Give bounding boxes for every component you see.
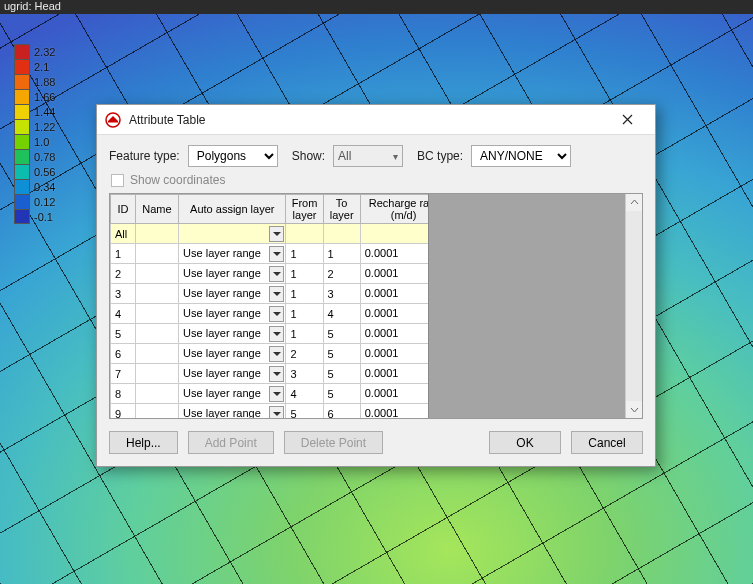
cell-recharge[interactable]: 0.0001▴⋯▾ bbox=[360, 384, 428, 404]
legend-swatch bbox=[14, 89, 30, 104]
cell-recharge[interactable]: 0.0001▴⋯▾ bbox=[360, 324, 428, 344]
cell-id[interactable]: 3 bbox=[111, 284, 136, 304]
show-coords-label: Show coordinates bbox=[130, 173, 225, 187]
dropdown-icon[interactable] bbox=[269, 246, 284, 262]
legend-swatch bbox=[14, 164, 30, 179]
cell-to[interactable]: 6 bbox=[323, 404, 360, 418]
dropdown-icon[interactable] bbox=[269, 266, 284, 282]
cell-from[interactable]: 5 bbox=[286, 404, 323, 418]
ok-button[interactable]: OK bbox=[489, 431, 561, 454]
legend-swatch bbox=[14, 179, 30, 194]
legend-value: 0.56 bbox=[34, 166, 55, 178]
cell-id[interactable]: 9 bbox=[111, 404, 136, 418]
dropdown-icon[interactable] bbox=[269, 406, 284, 418]
cell-id[interactable]: 5 bbox=[111, 324, 136, 344]
col-to[interactable]: To layer bbox=[323, 195, 360, 224]
cell-recharge[interactable]: 0.0001▴⋯▾ bbox=[360, 284, 428, 304]
bc-type-select[interactable]: ANY/NONE bbox=[471, 145, 571, 167]
table-row: 3Use layer range130.0001▴⋯▾400.0 bbox=[111, 284, 429, 304]
cell-from[interactable]: 3 bbox=[286, 364, 323, 384]
cell-name[interactable] bbox=[135, 284, 178, 304]
cell-auto[interactable]: Use layer range bbox=[179, 344, 286, 364]
cell-from[interactable]: 1 bbox=[286, 244, 323, 264]
legend-swatch bbox=[14, 44, 30, 59]
cell-to[interactable]: 5 bbox=[323, 384, 360, 404]
col-id[interactable]: ID bbox=[111, 195, 136, 224]
col-recharge[interactable]: Recharge rate (m/d) bbox=[360, 195, 428, 224]
cell-to[interactable]: 4 bbox=[323, 304, 360, 324]
help-button[interactable]: Help... bbox=[109, 431, 178, 454]
dropdown-icon[interactable] bbox=[269, 286, 284, 302]
cell-name[interactable] bbox=[135, 264, 178, 284]
cell-auto[interactable]: Use layer range bbox=[179, 264, 286, 284]
cell-recharge[interactable]: ▴⋯▾ bbox=[360, 224, 428, 244]
scroll-down-icon[interactable] bbox=[626, 401, 642, 418]
cell-name[interactable] bbox=[135, 364, 178, 384]
dropdown-icon[interactable] bbox=[269, 386, 284, 402]
cell-from[interactable]: 1 bbox=[286, 284, 323, 304]
cell-auto[interactable]: Use layer range bbox=[179, 324, 286, 344]
cell-id[interactable]: 6 bbox=[111, 344, 136, 364]
cell-from[interactable]: 1 bbox=[286, 324, 323, 344]
title-bar[interactable]: Attribute Table bbox=[97, 105, 655, 135]
legend-value: 2.1 bbox=[34, 61, 49, 73]
show-coords-checkbox[interactable] bbox=[111, 174, 124, 187]
col-auto[interactable]: Auto assign layer bbox=[179, 195, 286, 224]
cell-auto[interactable] bbox=[179, 224, 286, 244]
cell-to[interactable]: 5 bbox=[323, 364, 360, 384]
cell-recharge[interactable]: 0.0001▴⋯▾ bbox=[360, 404, 428, 418]
cell-name[interactable] bbox=[135, 404, 178, 418]
legend-value: 1.66 bbox=[34, 91, 55, 103]
cell-recharge[interactable]: 0.0001▴⋯▾ bbox=[360, 304, 428, 324]
cell-auto[interactable]: Use layer range bbox=[179, 364, 286, 384]
cell-recharge[interactable]: 0.0001▴⋯▾ bbox=[360, 344, 428, 364]
cell-name[interactable] bbox=[135, 384, 178, 404]
dropdown-icon[interactable] bbox=[269, 306, 284, 322]
cell-id[interactable]: 1 bbox=[111, 244, 136, 264]
table-scrollbar[interactable] bbox=[625, 194, 642, 418]
cell-from[interactable]: 1 bbox=[286, 304, 323, 324]
cell-name[interactable] bbox=[135, 324, 178, 344]
dropdown-icon[interactable] bbox=[269, 366, 284, 382]
cell-recharge[interactable]: 0.0001▴⋯▾ bbox=[360, 244, 428, 264]
feature-type-select[interactable]: Polygons bbox=[188, 145, 278, 167]
cell-to[interactable]: 3 bbox=[323, 284, 360, 304]
cell-to[interactable] bbox=[323, 224, 360, 244]
cell-to[interactable]: 1 bbox=[323, 244, 360, 264]
cancel-button[interactable]: Cancel bbox=[571, 431, 643, 454]
cell-to[interactable]: 5 bbox=[323, 324, 360, 344]
show-label: Show: bbox=[292, 149, 325, 163]
cell-id[interactable]: 4 bbox=[111, 304, 136, 324]
cell-auto[interactable]: Use layer range bbox=[179, 244, 286, 264]
legend-swatch bbox=[14, 209, 30, 224]
cell-auto[interactable]: Use layer range bbox=[179, 384, 286, 404]
cell-id[interactable]: 7 bbox=[111, 364, 136, 384]
cell-name[interactable] bbox=[135, 304, 178, 324]
cell-id[interactable]: 2 bbox=[111, 264, 136, 284]
close-button[interactable] bbox=[607, 108, 647, 132]
cell-from[interactable]: 4 bbox=[286, 384, 323, 404]
cell-auto[interactable]: Use layer range bbox=[179, 404, 286, 418]
cell-to[interactable]: 2 bbox=[323, 264, 360, 284]
cell-name[interactable] bbox=[135, 224, 178, 244]
col-name[interactable]: Name bbox=[135, 195, 178, 224]
cell-name[interactable] bbox=[135, 344, 178, 364]
cell-auto[interactable]: Use layer range bbox=[179, 284, 286, 304]
dropdown-icon[interactable] bbox=[269, 346, 284, 362]
dropdown-icon[interactable] bbox=[269, 226, 284, 242]
cell-id[interactable]: All bbox=[111, 224, 136, 244]
cell-id[interactable]: 8 bbox=[111, 384, 136, 404]
cell-from[interactable]: 1 bbox=[286, 264, 323, 284]
cell-from[interactable] bbox=[286, 224, 323, 244]
cell-recharge[interactable]: 0.0001▴⋯▾ bbox=[360, 264, 428, 284]
col-from[interactable]: From layer bbox=[286, 195, 323, 224]
cell-to[interactable]: 5 bbox=[323, 344, 360, 364]
attribute-table[interactable]: ID Name Auto assign layer From layer To … bbox=[110, 194, 428, 418]
cell-auto[interactable]: Use layer range bbox=[179, 304, 286, 324]
cell-from[interactable]: 2 bbox=[286, 344, 323, 364]
legend-value: 0.34 bbox=[34, 181, 55, 193]
dropdown-icon[interactable] bbox=[269, 326, 284, 342]
cell-name[interactable] bbox=[135, 244, 178, 264]
scroll-up-icon[interactable] bbox=[626, 194, 642, 211]
cell-recharge[interactable]: 0.0001▴⋯▾ bbox=[360, 364, 428, 384]
